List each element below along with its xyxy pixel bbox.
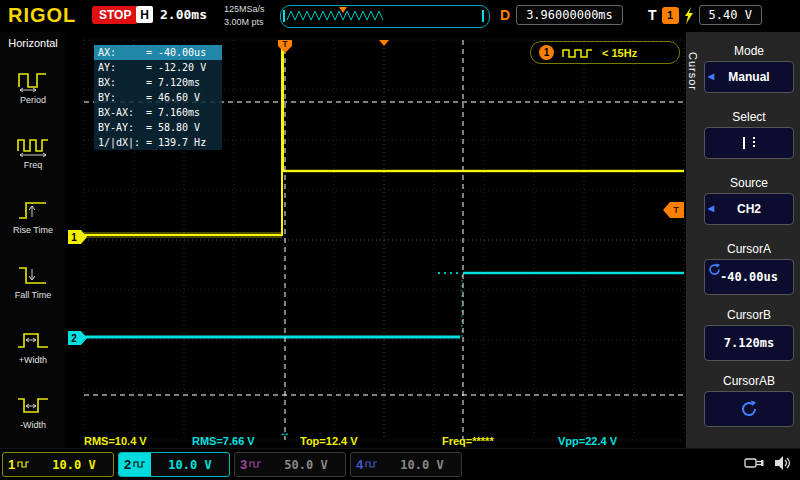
square-wave-icon	[561, 47, 595, 59]
source-button[interactable]: ◀ CH2	[704, 193, 794, 225]
waveform-overview-bar	[280, 5, 490, 28]
cursor-ab-button[interactable]	[704, 391, 794, 427]
channel-coupling-icon	[365, 460, 378, 469]
left-measure-menu: Horizontal Period Freq Rise Time	[0, 32, 67, 448]
measurement-rms-ch1: RMS=10.4 V	[84, 435, 147, 447]
speaker-icon	[774, 455, 792, 471]
acquisition-info: 125MSa/s 3.00M pts	[224, 3, 265, 29]
trigger-frequency-badge: 1 < 15Hz	[530, 41, 680, 64]
menu-tab-cursor: Cursor	[687, 52, 699, 91]
trigger-label: T	[648, 7, 657, 23]
menu-arrow-icon: ◀	[708, 194, 714, 224]
measure-item-neg-width[interactable]: -Width	[0, 379, 66, 444]
menu-item-select: Select	[704, 110, 794, 159]
svg-text:1: 1	[71, 232, 77, 243]
menu-item-mode: Mode ◀ Manual	[704, 44, 794, 93]
delay-center-marker	[379, 40, 389, 46]
rise-time-icon	[16, 198, 50, 222]
select-button[interactable]	[704, 127, 794, 159]
svg-text:T: T	[673, 205, 679, 215]
measure-item-rise-time[interactable]: Rise Time	[0, 184, 66, 249]
trigger-level-marker[interactable]: T	[663, 202, 684, 218]
readout-row-ay: AY:=-12.20 V	[94, 60, 222, 75]
readout-row-ax: AX:=-40.00us	[94, 45, 222, 60]
run-state-badge: STOP	[92, 6, 138, 24]
usb-icon	[744, 455, 764, 471]
ch2-ground-marker[interactable]: 2	[68, 331, 87, 345]
trigger-group: T 1 5.40 V	[648, 5, 762, 25]
measurement-freq: Freq=*****	[442, 435, 494, 447]
measure-item-fall-time[interactable]: Fall Time	[0, 249, 66, 314]
trigger-slope-icon	[684, 7, 694, 24]
cursor-b-button[interactable]: 7.120ms	[704, 325, 794, 361]
readout-row-by: BY:=46.60 V	[94, 90, 222, 105]
svg-text:2: 2	[71, 333, 77, 344]
neg-width-icon	[16, 393, 50, 417]
knob-icon	[708, 263, 721, 276]
left-menu-title: Horizontal	[0, 32, 66, 54]
mode-button[interactable]: ◀ Manual	[704, 61, 794, 93]
measure-item-freq[interactable]: Freq	[0, 119, 66, 184]
period-icon	[16, 68, 50, 92]
channel-4-status[interactable]: 4 10.0 V	[350, 452, 462, 477]
cursor-select-icon	[736, 135, 762, 151]
trigger-level-value: 5.40 V	[699, 5, 762, 25]
waveform-overview-icon	[281, 6, 487, 25]
trig-freq-value: < 15Hz	[602, 47, 637, 59]
preview-trigger-marker	[339, 7, 347, 13]
cursor-readout-box: AX:=-40.00us AY:=-12.20 V BX:=7.120ms BY…	[94, 45, 222, 150]
top-status-bar: RIGOL STOP H 2.00ms 125MSa/s 3.00M pts D…	[0, 0, 800, 32]
delay-group: D 3.96000000ms	[500, 5, 623, 25]
channel-coupling-icon	[249, 460, 262, 469]
oscilloscope-screen: RIGOL STOP H 2.00ms 125MSa/s 3.00M pts D…	[0, 0, 800, 480]
channel-3-status[interactable]: 3 50.0 V	[234, 452, 346, 477]
sample-rate: 125MSa/s	[224, 3, 265, 16]
fall-time-icon	[16, 263, 50, 287]
menu-item-source: Source ◀ CH2	[704, 176, 794, 225]
channel-1-status[interactable]: 1 10.0 V	[2, 452, 114, 477]
freq-icon	[16, 133, 50, 157]
menu-item-cursor-ab: CursorAB	[704, 374, 794, 427]
measure-item-period[interactable]: Period	[0, 54, 66, 119]
channel-status-bar: 1 10.0 V 2 10.0 V 3 50.0 V 4 10.0 V	[0, 448, 800, 480]
menu-arrow-icon: ◀	[708, 62, 714, 92]
readout-row-bxax: BX-AX:=7.160ms	[94, 105, 222, 120]
measure-item-pos-width[interactable]: +Width	[0, 314, 66, 379]
knob-icon	[740, 400, 758, 418]
readout-row-bx: BX:=7.120ms	[94, 75, 222, 90]
rigol-logo: RIGOL	[8, 4, 76, 27]
menu-item-cursor-a: CursorA -40.00us	[704, 242, 794, 295]
cursor-link-icon: ↔	[280, 426, 291, 438]
delay-value: 3.96000000ms	[516, 5, 623, 25]
cursor-a-button[interactable]: -40.00us	[704, 259, 794, 295]
timebase-value: 2.00ms	[160, 7, 207, 22]
cursor-soft-menu: Cursor Mode ◀ Manual Select Source	[686, 32, 800, 448]
delay-label: D	[500, 7, 510, 23]
trigger-position-marker[interactable]: T	[278, 39, 292, 53]
measurement-top: Top=12.4 V	[300, 435, 358, 447]
channel-coupling-icon	[17, 460, 30, 469]
readout-row-inv-dx: 1/|dX|:=139.7 Hz	[94, 135, 222, 150]
menu-item-cursor-b: CursorB 7.120ms	[704, 308, 794, 361]
trig-freq-channel-badge: 1	[539, 45, 554, 60]
measurement-vpp: Vpp=22.4 V	[558, 435, 617, 447]
pos-width-icon	[16, 328, 50, 352]
memory-depth: 3.00M pts	[224, 16, 265, 29]
scope-display: T T 1 2 ↔ AX:=-40.00us	[66, 32, 686, 448]
readout-row-byay: BY-AY:=58.80 V	[94, 120, 222, 135]
svg-text:T: T	[282, 39, 288, 49]
measurement-rms-ch2: RMS=7.66 V	[192, 435, 255, 447]
channel-2-status[interactable]: 2 10.0 V	[118, 452, 230, 477]
h-label: H	[136, 6, 153, 23]
channel-coupling-icon	[133, 460, 146, 469]
trigger-source-badge: 1	[662, 7, 679, 24]
horizontal-timebase-group: H 2.00ms	[136, 6, 207, 23]
